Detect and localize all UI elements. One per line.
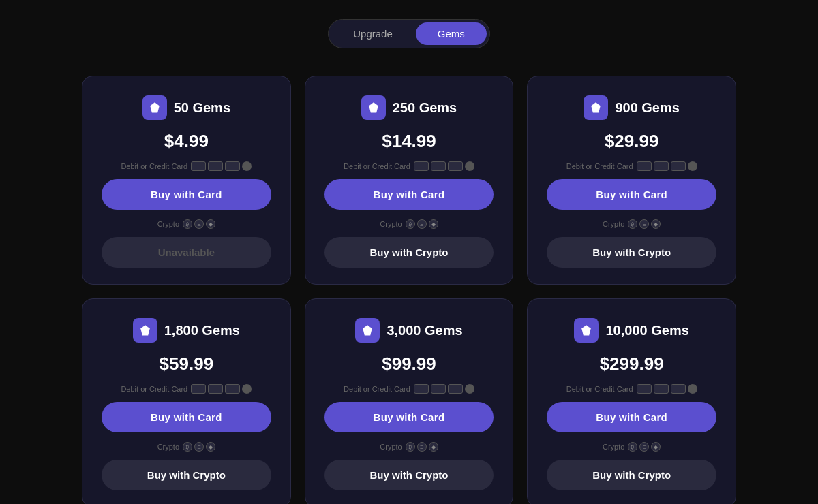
card-icons	[414, 384, 474, 394]
eth-icon: Ξ	[417, 442, 427, 452]
buy-with-card-button[interactable]: Buy with Card	[324, 179, 494, 210]
amex-icon	[448, 161, 463, 171]
visa-icon	[191, 384, 206, 394]
buy-with-crypto-button[interactable]: Buy with Crypto	[102, 460, 271, 490]
ltc-icon: ◆	[206, 219, 215, 229]
gem-title: 50 Gems	[142, 95, 230, 120]
paypal-icon	[688, 161, 697, 171]
card-payment-label: Debit or Credit Card	[566, 161, 697, 171]
gem-price: $4.99	[164, 131, 209, 152]
visa-icon	[414, 161, 429, 171]
gem-icon	[355, 318, 380, 343]
gems-grid: 50 Gems$4.99Debit or Credit Card Buy wit…	[82, 76, 736, 504]
card-icons	[191, 161, 252, 171]
gem-icon	[584, 95, 608, 120]
gem-icon	[133, 318, 157, 343]
btc-icon: ₿	[406, 442, 415, 452]
buy-with-crypto-button[interactable]: Buy with Crypto	[324, 237, 494, 268]
ltc-icon: ◆	[429, 219, 438, 229]
paypal-icon	[465, 161, 474, 171]
buy-with-card-button[interactable]: Buy with Card	[102, 179, 271, 210]
mc-icon	[654, 161, 669, 171]
gem-icon	[142, 95, 167, 120]
gem-price: $14.99	[382, 131, 436, 152]
gem-card-gem-900: 900 Gems$29.99Debit or Credit Card Buy w…	[527, 76, 736, 285]
paypal-icon	[242, 384, 252, 394]
mc-icon	[431, 161, 446, 171]
card-payment-label: Debit or Credit Card	[344, 161, 474, 171]
crypto-icons: ₿ Ξ ◆	[406, 219, 438, 229]
card-payment-label: Debit or Credit Card	[344, 384, 474, 394]
crypto-icons: ₿ Ξ ◆	[406, 442, 438, 452]
amex-icon	[671, 384, 686, 394]
amex-icon	[671, 161, 686, 171]
mc-icon	[654, 384, 669, 394]
gem-amount-label: 250 Gems	[393, 100, 457, 116]
buy-with-crypto-button[interactable]: Buy with Crypto	[324, 460, 494, 490]
card-icons	[637, 384, 697, 394]
tab-upgrade[interactable]: Upgrade	[331, 22, 414, 45]
gem-title: 900 Gems	[584, 95, 680, 120]
crypto-icons: ₿ Ξ ◆	[183, 219, 215, 229]
btc-icon: ₿	[406, 219, 415, 229]
amex-icon	[225, 384, 240, 394]
crypto-payment-label: Crypto ₿ Ξ ◆	[157, 442, 215, 452]
ltc-icon: ◆	[206, 442, 215, 452]
card-icons	[637, 161, 697, 171]
unavailable-button: Unavailable	[102, 237, 271, 268]
gem-title: 3,000 Gems	[355, 318, 462, 343]
paypal-icon	[688, 384, 697, 394]
gem-amount-label: 1,800 Gems	[164, 323, 240, 338]
gem-card-gem-250: 250 Gems$14.99Debit or Credit Card Buy w…	[305, 76, 514, 285]
mc-icon	[208, 161, 223, 171]
gem-price: $59.99	[160, 353, 214, 375]
btc-icon: ₿	[628, 442, 637, 452]
eth-icon: Ξ	[194, 219, 204, 229]
gem-icon	[361, 95, 386, 120]
card-payment-label: Debit or Credit Card	[566, 384, 697, 394]
eth-icon: Ξ	[639, 442, 649, 452]
card-payment-label: Debit or Credit Card	[121, 161, 252, 171]
gem-title: 10,000 Gems	[574, 318, 688, 343]
gem-amount-label: 10,000 Gems	[605, 323, 688, 338]
gem-card-gem-3000: 3,000 Gems$99.99Debit or Credit Card Buy…	[305, 298, 514, 504]
gem-card-gem-1800: 1,800 Gems$59.99Debit or Credit Card Buy…	[82, 298, 291, 504]
buy-with-card-button[interactable]: Buy with Card	[102, 402, 271, 432]
gem-card-gem-50: 50 Gems$4.99Debit or Credit Card Buy wit…	[82, 76, 291, 285]
eth-icon: Ξ	[417, 219, 427, 229]
buy-with-crypto-button[interactable]: Buy with Crypto	[547, 460, 716, 490]
tab-bar: Upgrade Gems	[328, 19, 490, 48]
crypto-icons: ₿ Ξ ◆	[183, 442, 215, 452]
tab-gems[interactable]: Gems	[416, 22, 487, 45]
gem-price: $299.99	[600, 353, 664, 375]
crypto-icons: ₿ Ξ ◆	[628, 219, 661, 229]
eth-icon: Ξ	[639, 219, 649, 229]
ltc-icon: ◆	[651, 219, 661, 229]
visa-icon	[414, 384, 429, 394]
crypto-payment-label: Crypto ₿ Ξ ◆	[603, 219, 661, 229]
btc-icon: ₿	[628, 219, 637, 229]
gem-card-gem-10000: 10,000 Gems$299.99Debit or Credit Card B…	[527, 298, 736, 504]
btc-icon: ₿	[183, 442, 192, 452]
gem-title: 250 Gems	[361, 95, 457, 120]
buy-with-crypto-button[interactable]: Buy with Crypto	[547, 237, 716, 268]
gem-price: $29.99	[605, 131, 659, 152]
eth-icon: Ξ	[194, 442, 204, 452]
ltc-icon: ◆	[429, 442, 438, 452]
gem-amount-label: 50 Gems	[174, 100, 230, 116]
card-payment-label: Debit or Credit Card	[121, 384, 252, 394]
mc-icon	[208, 384, 223, 394]
visa-icon	[191, 161, 206, 171]
visa-icon	[637, 161, 652, 171]
buy-with-card-button[interactable]: Buy with Card	[547, 179, 716, 210]
amex-icon	[225, 161, 240, 171]
buy-with-card-button[interactable]: Buy with Card	[547, 402, 716, 432]
buy-with-card-button[interactable]: Buy with Card	[324, 402, 494, 432]
ltc-icon: ◆	[651, 442, 661, 452]
visa-icon	[637, 384, 652, 394]
paypal-icon	[242, 161, 252, 171]
gem-amount-label: 900 Gems	[615, 100, 680, 116]
crypto-icons: ₿ Ξ ◆	[628, 442, 661, 452]
paypal-icon	[465, 384, 474, 394]
gem-title: 1,800 Gems	[133, 318, 240, 343]
